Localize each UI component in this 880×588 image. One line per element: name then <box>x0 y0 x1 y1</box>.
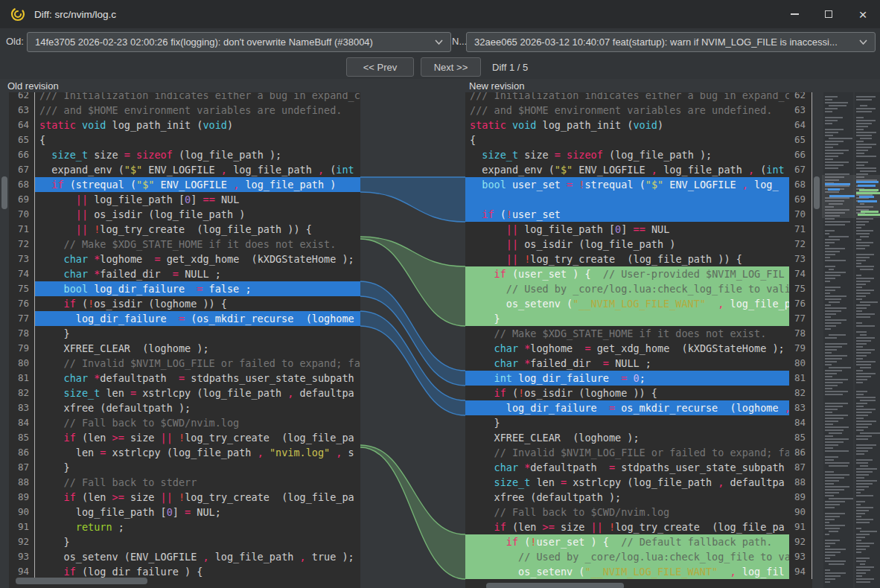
new-vertical-scrollbar-thumb[interactable] <box>814 176 820 209</box>
line-number: 81 <box>789 371 812 386</box>
line-number: 69 <box>9 192 34 207</box>
code-line-new-72: || os_isdir (log_file_path )72 <box>465 237 812 252</box>
line-number: 88 <box>789 475 812 490</box>
line-number: 91 <box>9 520 34 534</box>
minimap-line <box>825 364 832 365</box>
minimap-line <box>856 516 861 517</box>
minimap-new-column[interactable] <box>855 92 880 588</box>
code-text: size_t size = sizeof (log_file_path ); <box>34 147 360 162</box>
minimap-line <box>856 325 875 327</box>
minimap-line <box>825 117 843 118</box>
minimap-old-column[interactable] <box>823 92 853 588</box>
line-number: 73 <box>9 252 34 266</box>
old-revision-dropdown[interactable]: 14fe3705 2026-02-23 02:00:26 fix(logging… <box>27 32 451 52</box>
minimap-line <box>825 421 838 422</box>
minimap-line <box>856 438 868 440</box>
minimap-line <box>825 578 835 580</box>
minimap-line <box>856 575 862 577</box>
maximize-icon <box>825 10 832 18</box>
minimap-line <box>825 376 832 377</box>
line-number: 67 <box>9 162 34 177</box>
minimap-line <box>856 135 872 136</box>
prev-diff-button[interactable]: << Prev <box>346 57 414 77</box>
minimap-line <box>825 275 841 276</box>
code-text: } <box>34 534 360 549</box>
minimap-line <box>856 132 876 133</box>
minimap-line <box>856 581 870 583</box>
minimap-line <box>825 245 829 246</box>
code-text: if (len >= size || !log_try_create (log_… <box>34 490 360 505</box>
minimap-line <box>856 382 863 383</box>
minimap-line <box>856 483 873 485</box>
minimap-line <box>825 447 833 449</box>
code-line-new-77: }77 <box>465 311 812 326</box>
line-number: 69 <box>789 192 812 207</box>
code-line-old-88: 88 // Fall back to stderr <box>9 475 360 490</box>
minimap-line <box>856 218 873 220</box>
maximize-button[interactable] <box>812 0 846 28</box>
line-number: 72 <box>9 237 34 252</box>
minimap-line <box>825 325 836 327</box>
minimap-line <box>856 379 867 380</box>
code-text: // Used by _core/log.lua:check_log_file … <box>465 281 789 296</box>
line-number: 93 <box>9 549 34 564</box>
code-text: || log_file_path [0] == NUL <box>465 222 789 237</box>
old-horizontal-scrollbar-thumb[interactable] <box>16 578 147 584</box>
old-vertical-scrollbar-thumb[interactable] <box>1 176 7 209</box>
new-revision-label: N... <box>452 36 467 47</box>
new-horizontal-scrollbar-thumb[interactable] <box>486 583 624 588</box>
code-line-old-91: 91 return ; <box>9 520 360 534</box>
minimap-line <box>856 409 876 410</box>
minimap-line <box>825 516 840 517</box>
minimap-line <box>856 295 866 297</box>
minimap-line <box>856 355 867 357</box>
minimap-line <box>860 269 873 270</box>
minimap-line <box>856 391 867 392</box>
minimap-line <box>856 522 870 523</box>
minimap-line <box>825 406 843 407</box>
minimap[interactable] <box>822 92 880 588</box>
minimap-line <box>825 525 845 526</box>
minimap-line <box>825 370 842 371</box>
code-line-new-82: if (!os_isdir (loghome )) {82 <box>465 386 812 400</box>
minimap-line <box>825 278 835 279</box>
minimap-line <box>825 480 839 482</box>
code-text: // Used by _core/log.lua:check_log_file … <box>465 549 789 564</box>
minimap-line <box>856 426 868 428</box>
old-code-panel[interactable]: 62/// Initialization indicates either a … <box>9 92 360 588</box>
close-button[interactable]: × <box>846 0 880 28</box>
minimap-line <box>825 141 844 142</box>
minimap-line <box>860 301 878 303</box>
next-diff-button[interactable]: Next >> <box>421 57 481 77</box>
minimap-line <box>825 495 834 496</box>
minimap-line <box>825 295 846 297</box>
old-vertical-scrollbar[interactable] <box>1 92 7 588</box>
minimap-line <box>825 293 830 294</box>
minimap-line <box>856 447 873 449</box>
minimap-line <box>856 552 861 553</box>
minimize-button[interactable] <box>777 0 812 28</box>
new-revision-dropdown[interactable]: 32aee065 2026-03-12 10:40:07 feat(startu… <box>466 32 876 52</box>
line-number: 68 <box>9 177 34 192</box>
code-text: // Make $XDG_STATE_HOME if it does not e… <box>465 326 789 341</box>
minimap-line <box>825 534 829 535</box>
minimap-viewport[interactable] <box>822 175 880 218</box>
code-line-old-74: 74 char *failed_dir = NULL ; <box>9 266 360 281</box>
minimap-line <box>856 310 862 312</box>
line-number: 71 <box>9 222 34 237</box>
minimap-line <box>856 290 874 291</box>
code-text: return ; <box>34 520 360 534</box>
code-text <box>465 192 789 207</box>
minimap-line <box>856 141 864 142</box>
minimap-line <box>860 236 869 237</box>
diff-counter: Diff 1 / 5 <box>492 62 528 73</box>
minimap-line <box>856 156 876 157</box>
minimap-line <box>825 441 844 443</box>
minimap-line <box>825 304 831 306</box>
minimap-line <box>825 99 832 100</box>
line-number: 65 <box>9 132 34 147</box>
new-vertical-scrollbar[interactable] <box>814 92 820 588</box>
minimap-line <box>825 150 849 151</box>
minimap-line <box>825 507 835 508</box>
new-code-panel[interactable]: /// Initialization indicates either a bu… <box>465 92 812 588</box>
